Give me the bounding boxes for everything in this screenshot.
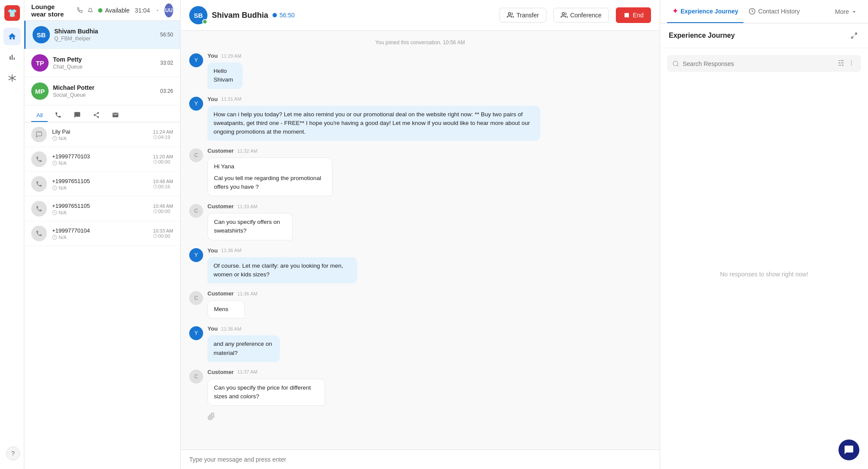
right-panel-title: Experience Journey [669,32,735,39]
dropdown-icon[interactable] [155,7,160,14]
search-input[interactable] [683,60,833,67]
conversation-panel: Lounge wear store Available 31:04 UU SB … [24,0,181,469]
contact-time-block: 10:48 AM 00:16 [153,179,173,189]
tab-contact-history[interactable]: Contact History [743,1,805,23]
attachment-icon[interactable] [207,413,215,420]
conv-name: Shivam Budhia [54,28,156,35]
msg-bubble: How can i help you today? Let me also re… [207,106,540,141]
message-8: C Customer 11:37 AM Can you specify the … [189,369,651,406]
logo-icon: 👕 [7,8,17,18]
nav-item-home[interactable] [3,28,21,45]
expand-button[interactable] [849,30,859,41]
help-button[interactable]: ? [6,446,20,460]
you-avatar: Y [189,248,203,262]
end-button[interactable]: ⏹ End [616,7,651,23]
contact-avatar [31,201,47,216]
msg-bubble: Hi Yana Cal you tell me regarding the pr… [207,157,332,196]
tab-email[interactable] [107,109,124,122]
msg-header: Customer 11:37 AM [207,369,364,375]
tab-all[interactable]: All [31,109,48,122]
msg-sender: Customer [207,203,234,210]
contact-time-block: 10:48 AM 00:00 [153,203,173,214]
conv-queue: Q_FBM_ihelper [54,36,156,42]
chat-icon [36,131,43,138]
chat-input[interactable] [189,456,651,463]
tab-experience-journey[interactable]: ✦ Experience Journey [667,0,743,23]
contact-time: 10:48 AM [153,203,173,209]
more-tab[interactable]: More [832,1,861,22]
conv-queue: Chat_Queue [53,64,156,70]
contact-avatar [31,176,47,192]
msg-time: 11:31 AM [221,96,241,102]
conv-item-tom[interactable]: TP Tom Petty Chat_Queue 33:02 [24,49,180,77]
contact-duration: 04:19 [153,134,173,140]
transfer-label: Transfer [516,12,539,19]
conv-queue: Social_Queue [53,92,156,98]
filter-button[interactable] [837,59,845,69]
no-responses-message: No responses to show right now! [660,79,868,469]
nav-item-asterisk[interactable] [3,69,21,87]
conv-info-michael: Michael Potter Social_Queue [53,84,156,98]
chat-area: SB Shivam Budhia 56:50 Transfer Conferen… [181,0,660,469]
msg-header: You 11:29 AM [207,52,254,59]
conv-item-shivam[interactable]: SB Shivam Budhia Q_FBM_ihelper 56:50 [24,21,180,49]
widget-button[interactable] [838,439,859,460]
social-tab-icon [93,112,100,118]
transfer-button[interactable]: Transfer [500,8,546,23]
contact-phone-1[interactable]: +19997770103 N/A 11:20 AM 00:00 [24,147,180,172]
contact-phone-3[interactable]: +19997651105 N/A 10:48 AM 00:00 [24,197,180,221]
you-avatar: Y [189,326,203,340]
contact-duration: 00:00 [153,159,173,164]
conference-button[interactable]: Conference [553,8,609,23]
contact-history-label: Contact History [758,8,800,15]
contact-lily-pai[interactable]: Lily Pai N/A 11:24 AM 04:19 [24,122,180,147]
contact-na: N/A [52,210,148,215]
msg-header: Customer 11:36 AM [207,290,257,297]
clock-small-icon [153,209,158,213]
msg-bubble: and any preference on material? [207,335,280,362]
timer-dot [273,13,277,17]
phone-small-icon [36,205,43,212]
msg-group: Customer 11:36 AM Mens [207,290,257,318]
contact-avatar [31,226,47,241]
expand-icon [851,32,858,39]
conv-time: 56:50 [160,32,173,38]
contact-name: +19997651105 [52,203,148,209]
contact-name: Lily Pai [52,128,148,135]
svg-point-10 [508,13,510,15]
conv-item-michael[interactable]: MP Michael Potter Social_Queue 03:26 [24,77,180,105]
contact-phone-4[interactable]: +19997770104 N/A 10:33 AM 00:00 [24,221,180,246]
msg-header: You 11:31 AM [207,96,651,102]
phone-small-icon [36,180,43,187]
contact-phone-2[interactable]: +19997651105 N/A 10:48 AM 00:16 [24,172,180,197]
contact-time: 10:48 AM [153,179,173,184]
conference-icon [561,12,568,19]
you-avatar: Y [189,97,203,111]
contact-history-icon [749,8,756,15]
more-options-button[interactable] [847,59,856,69]
svg-point-25 [851,65,852,66]
contact-name: +19997770104 [52,227,148,234]
more-label: More [835,8,849,15]
nav-item-analytics[interactable] [3,49,21,66]
bell-icon[interactable] [88,6,93,15]
end-icon: ⏹ [623,11,630,19]
contact-avatar [31,151,47,167]
msg-header: You 11:36 AM [207,247,407,254]
phone-icon[interactable] [77,6,82,15]
msg-time: 11:32 AM [237,148,257,154]
tab-social[interactable] [88,109,105,122]
online-indicator [202,19,207,24]
user-avatar[interactable]: UU [164,3,173,17]
end-label: End [633,12,644,19]
system-message: You joined this conversation. 10:56 AM [189,39,651,46]
contact-time: 11:24 AM [153,129,173,134]
chat-timer-value: 56:50 [279,12,295,19]
tab-chat[interactable] [69,109,86,122]
msg-sender: Customer [207,148,234,154]
contact-time-block: 11:20 AM 00:00 [153,154,173,164]
nav-sidebar: 👕 ? [0,0,24,469]
chat-input-area [181,449,660,469]
msg-sender: You [207,247,218,254]
tab-phone[interactable] [49,109,67,122]
